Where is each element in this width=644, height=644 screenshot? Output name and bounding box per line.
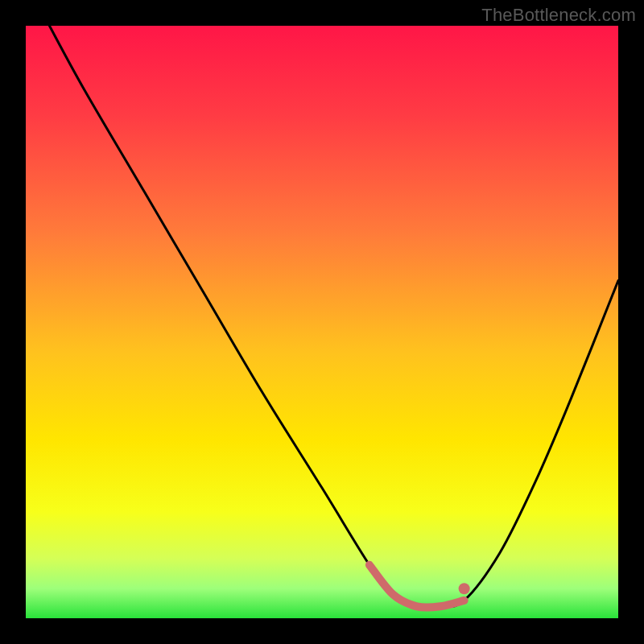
valley-highlight <box>369 565 464 608</box>
chart-frame: TheBottleneck.com <box>0 0 644 644</box>
bottleneck-curve <box>26 26 618 618</box>
plot-area <box>26 26 618 618</box>
valley-marker-dot <box>459 583 470 594</box>
curve-path <box>49 26 618 608</box>
watermark-text: TheBottleneck.com <box>481 5 636 26</box>
